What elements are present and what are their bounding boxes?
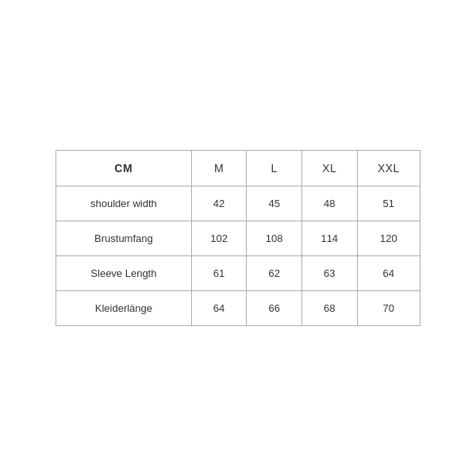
cell-r0-c1: 45 <box>247 186 302 221</box>
row-label-2: Sleeve Length <box>56 256 192 291</box>
cell-r3-c2: 68 <box>301 291 357 326</box>
cell-r2-c3: 64 <box>357 256 420 291</box>
cell-r2-c2: 63 <box>301 256 357 291</box>
cell-r2-c1: 62 <box>247 256 302 291</box>
table-row: shoulder width42454851 <box>56 186 420 221</box>
row-label-3: Kleiderlänge <box>56 291 192 326</box>
cell-r1-c3: 120 <box>357 221 420 256</box>
cell-r3-c0: 64 <box>191 291 247 326</box>
table-header-row: CM M L XL XXL <box>56 151 420 186</box>
size-chart-container: CM M L XL XXL shoulder width42454851Brus… <box>56 150 420 326</box>
size-l-header: L <box>247 151 302 186</box>
table-row: Sleeve Length61626364 <box>56 256 420 291</box>
row-label-0: shoulder width <box>56 186 192 221</box>
size-xl-header: XL <box>301 151 357 186</box>
cell-r1-c1: 108 <box>247 221 302 256</box>
cell-r1-c2: 114 <box>301 221 357 256</box>
row-label-1: Brustumfang <box>56 221 192 256</box>
cell-r0-c3: 51 <box>357 186 420 221</box>
table-row: Brustumfang102108114120 <box>56 221 420 256</box>
table-row: Kleiderlänge64666870 <box>56 291 420 326</box>
size-chart-table: CM M L XL XXL shoulder width42454851Brus… <box>56 150 420 326</box>
size-m-header: M <box>191 151 247 186</box>
size-xxl-header: XXL <box>357 151 420 186</box>
unit-header: CM <box>56 151 192 186</box>
cell-r2-c0: 61 <box>191 256 247 291</box>
cell-r1-c0: 102 <box>191 221 247 256</box>
cell-r0-c0: 42 <box>191 186 247 221</box>
cell-r3-c3: 70 <box>357 291 420 326</box>
cell-r0-c2: 48 <box>301 186 357 221</box>
cell-r3-c1: 66 <box>247 291 302 326</box>
